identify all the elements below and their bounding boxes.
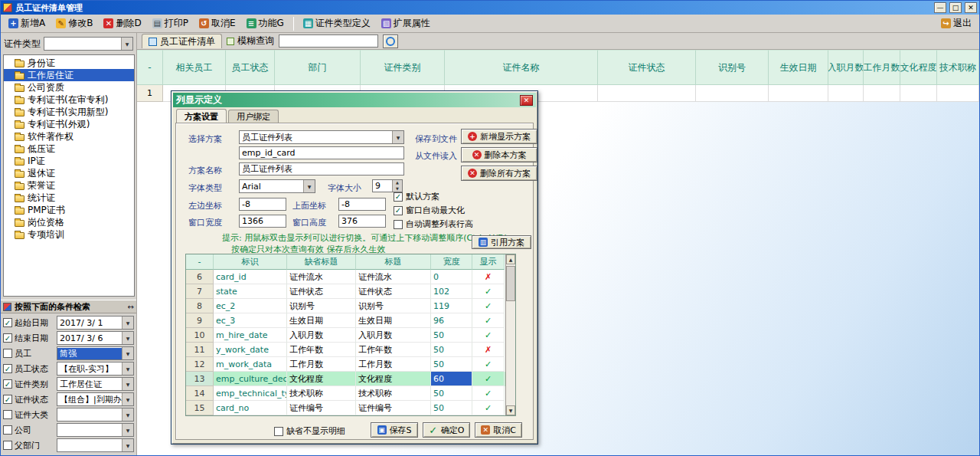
tree-item-selected[interactable]: 工作居住证 bbox=[4, 69, 134, 81]
column-header[interactable]: 文化程度 bbox=[900, 50, 937, 85]
scroll-down-icon[interactable]: ▼ bbox=[506, 405, 515, 415]
filter-checkbox[interactable] bbox=[3, 395, 12, 404]
hide-detail-checkbox[interactable]: 缺省不显示明细 bbox=[274, 425, 345, 437]
reference-scheme-button[interactable]: ▥ 引用方案 bbox=[472, 235, 531, 249]
grid-row[interactable]: 6 card_id 证件流水 证件流水 0 ✗ bbox=[186, 270, 505, 284]
column-header[interactable]: 相关员工 bbox=[163, 50, 226, 85]
chevron-down-icon[interactable] bbox=[122, 393, 133, 405]
top-coord-field[interactable] bbox=[338, 198, 386, 211]
grid-row[interactable]: 7 state 证件状态 证件状态 102 ✓ bbox=[186, 284, 505, 299]
grid-cell-show[interactable]: ✓ bbox=[472, 386, 505, 401]
grid-row[interactable]: 9 ec_3 生效日期 生效日期 96 ✓ bbox=[186, 313, 505, 328]
exit-button[interactable]: ↪ 退出 bbox=[936, 15, 976, 31]
grid-row[interactable]: 10 m_hire_date 入职月数 入职月数 50 ✓ bbox=[186, 328, 505, 343]
stepper-arrows[interactable]: ▲▼ bbox=[392, 180, 402, 192]
tree-item[interactable]: 岗位资格 bbox=[4, 216, 134, 228]
scrollbar-track[interactable] bbox=[506, 264, 515, 405]
ok-button[interactable]: ✓ 确定O bbox=[423, 422, 470, 438]
column-header[interactable]: 识别号 bbox=[696, 50, 769, 85]
chevron-down-icon[interactable] bbox=[122, 424, 133, 436]
employee-status-combo[interactable]: 【在职-实习】 bbox=[57, 362, 134, 376]
grid-cell-show[interactable]: ✓ bbox=[472, 299, 505, 313]
grid-column-header[interactable]: 标识 bbox=[214, 254, 287, 270]
tree-item[interactable]: 统计证 bbox=[4, 192, 134, 204]
default-scheme-checkbox[interactable]: 默认方案 bbox=[394, 191, 439, 202]
column-header[interactable]: 员工状态 bbox=[226, 50, 275, 85]
column-header[interactable]: - bbox=[137, 50, 163, 85]
window-height-field[interactable] bbox=[338, 215, 386, 228]
font-type-combo[interactable]: Arial bbox=[239, 179, 315, 193]
fuzzy-search-input[interactable] bbox=[279, 34, 378, 48]
column-header[interactable]: 证件名称 bbox=[445, 50, 598, 85]
chevron-down-icon[interactable] bbox=[392, 131, 403, 143]
scheme-code-field[interactable] bbox=[239, 146, 404, 159]
delete-scheme-button[interactable]: ✕ 删除本方案 bbox=[461, 147, 537, 162]
grid-cell-width-selected[interactable]: 60 bbox=[431, 372, 472, 386]
scheme-select-combo[interactable]: 员工证件列表 bbox=[239, 130, 404, 144]
load-from-file-label[interactable]: 从文件读入 bbox=[415, 150, 457, 162]
grid-row[interactable]: 14 emp_technical_typ 技术职称 技术职称 50 ✓ bbox=[186, 386, 505, 401]
save-button[interactable]: ▣ 保存S bbox=[371, 422, 418, 438]
company-combo[interactable] bbox=[57, 423, 134, 437]
grid-column-header[interactable]: 缺省标题 bbox=[287, 254, 356, 270]
window-width-field[interactable] bbox=[239, 215, 286, 228]
tree-item[interactable]: PMP证书 bbox=[4, 204, 134, 216]
print-button[interactable]: ▤ 打印P bbox=[148, 15, 193, 31]
tree-item[interactable]: 专利证书(实用新型) bbox=[4, 106, 134, 118]
tree-item[interactable]: 公司资质 bbox=[4, 81, 134, 93]
employee-combo[interactable]: 简强 bbox=[57, 346, 134, 360]
grid-column-header[interactable]: - bbox=[186, 254, 214, 270]
grid-cell-show[interactable]: ✗ bbox=[472, 343, 505, 357]
grid-row[interactable]: 12 m_work_data 工作月数 工作月数 50 ✓ bbox=[186, 357, 505, 372]
chevron-down-icon[interactable] bbox=[122, 332, 133, 344]
column-header[interactable]: 入职月数 bbox=[828, 50, 864, 85]
tree-item[interactable]: 专利证书(在审专利) bbox=[4, 93, 134, 106]
tree-item[interactable]: 身份证 bbox=[4, 57, 134, 69]
grid-row[interactable]: 15 card_no 证件编号 证件编号 50 ✓ bbox=[186, 401, 505, 415]
arrow-up-icon[interactable]: ▲ bbox=[393, 180, 402, 186]
tree-item[interactable]: 退休证 bbox=[4, 167, 134, 179]
delete-button[interactable]: ✕ 删除D bbox=[99, 15, 145, 31]
filter-checkbox[interactable] bbox=[3, 425, 12, 435]
auto-row-height-checkbox[interactable]: 自动调整列表行高 bbox=[394, 218, 473, 230]
edit-button[interactable]: ✎ 修改B bbox=[51, 15, 97, 31]
tree-item[interactable]: IP证 bbox=[4, 155, 134, 167]
maximize-button[interactable]: □ bbox=[949, 2, 962, 13]
grid-row-selected[interactable]: 13 emp_culture_decr 文化程度 文化程度 60 ✓ bbox=[186, 372, 505, 386]
grid-cell-show[interactable]: ✗ bbox=[472, 270, 505, 284]
chevron-down-icon[interactable] bbox=[122, 378, 133, 390]
grid-row[interactable]: 8 ec_2 识别号 识别号 119 ✓ bbox=[186, 299, 505, 313]
tab-cert-list[interactable]: 员工证件清单 bbox=[142, 34, 222, 48]
filter-checkbox[interactable] bbox=[3, 410, 12, 419]
column-header[interactable]: 生效日期 bbox=[769, 50, 828, 85]
filter-checkbox[interactable] bbox=[3, 364, 12, 373]
scrollbar-thumb[interactable] bbox=[506, 266, 515, 301]
tree-item[interactable]: 低压证 bbox=[4, 143, 134, 155]
scroll-up-icon[interactable]: ▲ bbox=[506, 254, 515, 264]
column-header[interactable]: 证件状态 bbox=[598, 50, 696, 85]
grid-cell-show[interactable]: ✓ bbox=[472, 313, 505, 328]
grid-cell-show[interactable]: ✓ bbox=[472, 328, 505, 343]
end-date-picker[interactable]: 2017/ 3/ 6 bbox=[57, 331, 134, 345]
chevron-down-icon[interactable] bbox=[121, 38, 132, 50]
grid-column-header[interactable]: 宽度 bbox=[431, 254, 472, 270]
cert-category-combo[interactable]: 工作居住证 bbox=[57, 377, 134, 391]
start-date-picker[interactable]: 2017/ 3/ 1 bbox=[57, 316, 134, 330]
grid-scrollbar[interactable]: ▲ ▼ bbox=[505, 254, 515, 415]
tree-item[interactable]: 软件著作权 bbox=[4, 130, 134, 143]
dialog-close-button[interactable]: ✕ bbox=[520, 95, 533, 106]
filter-checkbox[interactable] bbox=[3, 318, 12, 327]
grid-cell-show[interactable]: ✓ bbox=[472, 372, 505, 386]
filter-checkbox[interactable] bbox=[3, 333, 12, 343]
filter-checkbox[interactable] bbox=[3, 379, 12, 389]
chevron-down-icon[interactable] bbox=[122, 408, 133, 421]
new-scheme-button[interactable]: + 新增显示方案 bbox=[461, 129, 537, 144]
grid-column-header[interactable]: 显示 bbox=[472, 254, 505, 270]
column-header[interactable]: 技术职称 bbox=[937, 50, 979, 85]
chevron-down-icon[interactable] bbox=[122, 363, 133, 375]
grid-column-header[interactable]: 标题 bbox=[356, 254, 431, 270]
chevron-down-icon[interactable] bbox=[122, 347, 133, 359]
parent-dept-combo[interactable] bbox=[57, 438, 134, 452]
column-header[interactable]: 证件类别 bbox=[361, 50, 445, 85]
grid-cell-show[interactable]: ✓ bbox=[472, 284, 505, 299]
